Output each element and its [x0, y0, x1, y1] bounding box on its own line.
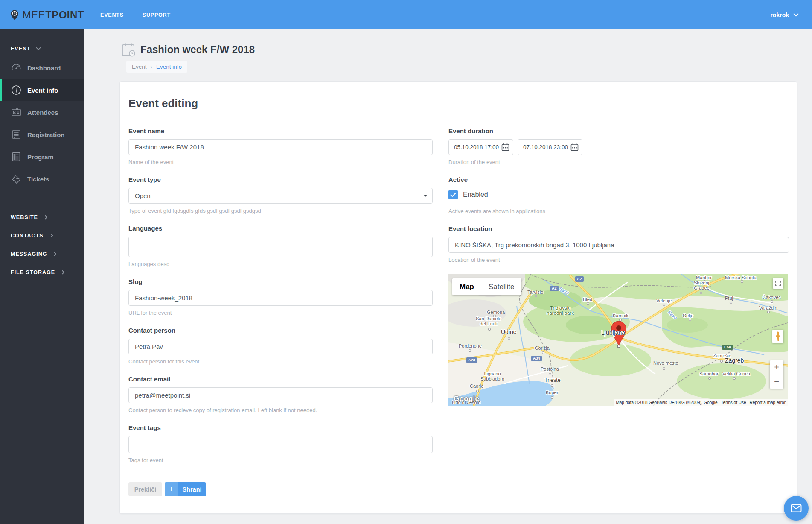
sidebar-item-label: Program: [27, 153, 54, 161]
user-menu[interactable]: rokrok: [770, 12, 798, 18]
sidebar-item-program[interactable]: Program: [0, 146, 84, 168]
active-help: Active events are shown in applications: [448, 208, 789, 214]
map-label: Bled: [583, 297, 592, 302]
event-name-input[interactable]: [128, 139, 433, 155]
languages-label: Languages: [128, 225, 433, 232]
form-left-column: Event name Name of the event Event type …: [128, 127, 433, 496]
contact-email-help: Contact person to recieve copy of regist…: [128, 407, 433, 413]
save-button[interactable]: + Shrani: [165, 482, 206, 496]
field-event-location: Event location Location of the event: [448, 225, 789, 263]
sidebar-item-tickets[interactable]: Tickets: [0, 168, 84, 190]
sidebar-item-label: Tickets: [27, 176, 49, 183]
sidebar-item-dashboard[interactable]: Dashboard: [0, 57, 84, 79]
map-label: Celje: [683, 313, 693, 318]
chevron-right-icon: [61, 270, 65, 275]
contact-person-help: Contact person for this event: [128, 358, 433, 365]
top-nav: EVENTS SUPPORT: [100, 12, 171, 18]
breadcrumb-parent[interactable]: Event: [132, 64, 147, 70]
id-badge-icon: [11, 107, 22, 118]
page-title: Fashion week F/W 2018: [140, 44, 255, 56]
road-shield: A34: [531, 356, 542, 361]
event-location-label: Event location: [448, 225, 789, 232]
road-shield: A2: [575, 276, 584, 282]
select-caret-button[interactable]: [418, 188, 432, 203]
report-map-error-link[interactable]: Report a map error: [750, 400, 786, 405]
map-label: Varaždin: [759, 305, 777, 310]
contact-email-input[interactable]: [128, 387, 433, 403]
map-label: Tarvisio: [527, 290, 543, 295]
map-label: Maribor: [696, 275, 712, 280]
map-fullscreen-button[interactable]: [773, 278, 783, 289]
google-logo[interactable]: Google: [454, 395, 479, 403]
field-contact-person: Contact person Contact person for this e…: [128, 327, 433, 365]
duration-start-box[interactable]: [448, 139, 513, 155]
languages-input[interactable]: [128, 237, 433, 257]
envelope-icon: [791, 504, 802, 512]
zoom-out-button[interactable]: −: [770, 375, 783, 389]
sidebar-link-website[interactable]: WEBSITE: [0, 208, 84, 226]
road-shield: A23: [466, 357, 477, 363]
calendar-clock-icon: [122, 42, 135, 57]
map-pegman-control[interactable]: [772, 330, 783, 343]
calendar-icon[interactable]: [570, 143, 579, 151]
form-lines-icon: [11, 129, 22, 140]
fullscreen-icon: [775, 280, 781, 287]
sidebar-items: Dashboard Event info Attendees: [0, 57, 84, 190]
sidebar-link-messaging[interactable]: MESSAGING: [0, 245, 84, 263]
sidebar-link-contacts[interactable]: CONTACTS: [0, 226, 84, 245]
sidebar-item-registration[interactable]: Registration: [0, 123, 84, 146]
ticket-icon: [11, 173, 22, 184]
map-attribution: Map data ©2018 GeoBasis-DE/BKG (©2009), …: [614, 399, 788, 406]
event-location-help: Location of the event: [448, 257, 789, 263]
contact-person-input[interactable]: [128, 339, 433, 354]
enabled-checkbox[interactable]: [448, 190, 458, 199]
sidebar-section-label: EVENT: [11, 46, 31, 52]
map-label: Zagreb: [725, 358, 744, 363]
event-tags-help: Tags for event: [128, 457, 433, 463]
terms-of-use-link[interactable]: Terms of Use: [721, 400, 746, 405]
event-location-input[interactable]: [448, 237, 789, 253]
map-type-satellite-button[interactable]: Satellite: [481, 278, 521, 295]
chevron-right-icon: [52, 252, 57, 256]
breadcrumb-current[interactable]: Event info: [156, 64, 182, 70]
sidebar-section-event[interactable]: EVENT: [11, 46, 84, 52]
event-type-select[interactable]: Open: [128, 188, 433, 204]
sidebar-item-attendees[interactable]: Attendees: [0, 101, 84, 123]
duration-end-box[interactable]: [518, 139, 582, 155]
event-tags-input[interactable]: [128, 436, 433, 453]
map-label: Slovenj Gradec: [690, 280, 713, 290]
map-label: Velika Gorica: [722, 371, 750, 376]
cancel-button[interactable]: Prekliči: [128, 482, 162, 496]
event-duration-label: Event duration: [448, 127, 789, 135]
chat-widget-button[interactable]: [784, 496, 809, 521]
sidebar-item-label: Dashboard: [27, 64, 61, 72]
event-editing-card: Event editing Event name Name of the eve…: [119, 81, 797, 514]
sidebar-link-file-storage[interactable]: FILE STORAGE: [0, 263, 84, 281]
map-label: Trieste: [544, 378, 561, 383]
enabled-checkbox-label[interactable]: Enabled: [463, 191, 488, 199]
road-shield: E59: [722, 345, 733, 350]
meetpoint-pin-icon: [11, 6, 18, 23]
contact-person-label: Contact person: [128, 327, 433, 334]
google-map[interactable]: Maribor Murska Sobota Slovenj Gradec Vel…: [448, 274, 788, 406]
breadcrumb: Event › Event info: [126, 61, 187, 73]
map-label: Čakovec: [763, 295, 781, 300]
slug-input[interactable]: [128, 290, 433, 306]
sidebar-sections: WEBSITE CONTACTS MESSAGING FILE STORAGE: [0, 208, 84, 281]
map-data-credit: Map data ©2018 GeoBasis-DE/BKG (©2009), …: [616, 400, 717, 405]
calendar-icon[interactable]: [501, 143, 509, 151]
duration-end-input[interactable]: [523, 144, 568, 150]
map-type-map-button[interactable]: Map: [452, 278, 481, 295]
nav-support[interactable]: SUPPORT: [143, 12, 171, 18]
field-contact-email: Contact email Contact person to recieve …: [128, 375, 433, 413]
brand-logo[interactable]: MEETPOINT: [0, 6, 84, 23]
user-name: rokrok: [770, 12, 789, 18]
breadcrumb-separator: ›: [151, 64, 153, 70]
event-tags-label: Event tags: [128, 424, 433, 431]
sidebar-item-event-info[interactable]: Event info: [0, 79, 84, 101]
zoom-in-button[interactable]: +: [770, 360, 783, 375]
duration-start-input[interactable]: [454, 144, 499, 150]
nav-events[interactable]: EVENTS: [100, 12, 124, 18]
map-label: Gemona: [487, 310, 505, 315]
map-label: Pordenone: [459, 343, 482, 348]
